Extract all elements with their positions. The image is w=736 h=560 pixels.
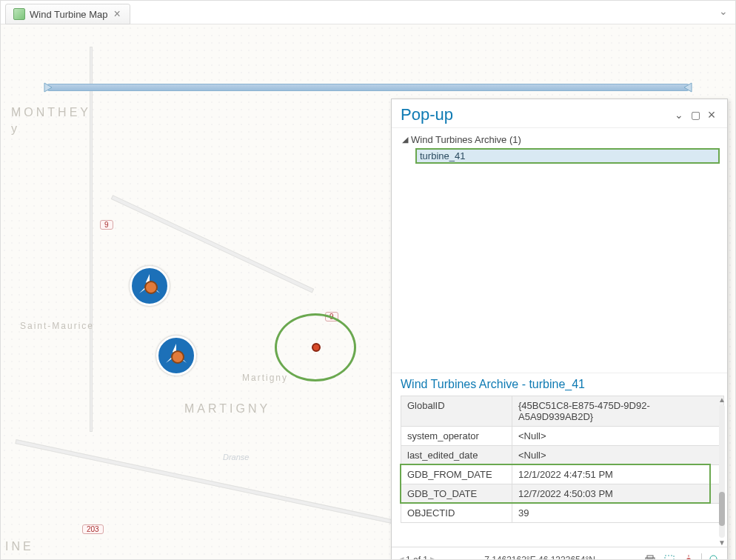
turbine-marker[interactable]	[156, 336, 196, 376]
attribute-pane: GlobalID{45BC51C8-E875-475D-9D92-A5A9D93…	[392, 396, 727, 547]
map-label-y: y	[11, 122, 17, 136]
map-icon	[13, 8, 25, 20]
feature-tree: ◢ Wind Turbines Archive (1) turbine_41	[392, 128, 727, 373]
pager: ◀ 1 of 1 ▶	[398, 555, 436, 560]
svg-rect-5	[665, 556, 674, 560]
popup-footer: ◀ 1 of 1 ▶ 7.1463162°E 46.1323654°N	[392, 547, 727, 559]
road-line	[15, 439, 392, 524]
footer-tools	[643, 553, 721, 560]
time-slider-end-handle[interactable]	[680, 80, 695, 95]
attribute-scrollbar[interactable]: ▲ ▼	[717, 396, 727, 547]
svg-point-6	[686, 558, 691, 560]
popup-close-icon[interactable]: ×	[703, 107, 720, 123]
table-row: system_operator<Null>	[401, 427, 724, 446]
attr-value: {45BC51C8-E875-475D-9D92-A5A9D939AB2D}	[512, 396, 724, 427]
table-row: GlobalID{45BC51C8-E875-475D-9D92-A5A9D93…	[401, 396, 724, 427]
pager-prev-icon[interactable]: ◀	[398, 555, 404, 559]
popup-title: Pop-up	[401, 105, 671, 124]
tab-title: Wind Turbine Map	[30, 9, 108, 20]
svg-point-11	[710, 556, 717, 560]
pager-text: 1 of 1	[406, 555, 428, 560]
close-tab-icon[interactable]: ×	[113, 8, 122, 20]
pager-next-icon[interactable]: ▶	[430, 555, 436, 559]
map-label-monthey: MONTHEY	[11, 106, 91, 119]
scroll-thumb[interactable]	[719, 492, 725, 526]
attr-value: <Null>	[512, 427, 724, 446]
scroll-down-icon[interactable]: ▼	[717, 539, 727, 547]
attribute-table: GlobalID{45BC51C8-E875-475D-9D92-A5A9D93…	[401, 396, 724, 523]
road-shield: 203	[82, 524, 104, 534]
scroll-up-icon[interactable]: ▲	[717, 396, 727, 404]
map-label-dranse: Dranse	[223, 453, 249, 461]
attr-value: <Null>	[512, 446, 724, 465]
map-tab[interactable]: Wind Turbine Map ×	[5, 4, 130, 24]
attr-key: GlobalID	[401, 396, 512, 427]
selected-point-marker[interactable]	[312, 343, 321, 352]
turbine-marker[interactable]	[130, 266, 170, 306]
attr-key: last_edited_date	[401, 446, 512, 465]
road-line	[90, 47, 93, 432]
date-highlight-box	[400, 464, 711, 504]
select-icon[interactable]	[663, 553, 676, 560]
table-row: last_edited_date<Null>	[401, 446, 724, 465]
zoom-to-icon[interactable]	[708, 553, 721, 560]
popup-menu-chevron-icon[interactable]: ⌄	[671, 109, 687, 121]
flash-icon[interactable]	[682, 553, 695, 560]
svg-marker-0	[44, 83, 52, 92]
attr-value: 39	[512, 504, 724, 523]
map-label-ine: INE	[5, 540, 34, 553]
road-shield: 9	[100, 220, 113, 230]
detail-title: Wind Turbines Archive - turbine_41	[392, 373, 727, 396]
map-label-saint-maurice: Saint-Maurice	[20, 321, 94, 331]
popup-dock-icon[interactable]: ▢	[687, 109, 703, 121]
map-canvas[interactable]: 9 9 203 MONTHEY y Saint-Maurice Martigny…	[1, 24, 735, 559]
separator	[701, 553, 702, 560]
attr-key: OBJECTID	[401, 504, 512, 523]
time-slider[interactable]	[47, 84, 689, 91]
coordinate-readout: 7.1463162°E 46.1323654°N	[444, 555, 636, 560]
tab-overflow-chevron-icon[interactable]: ⌄	[719, 5, 728, 17]
map-label-martigny-small: Martigny	[242, 373, 288, 383]
print-icon[interactable]	[643, 553, 657, 560]
attr-key: system_operator	[401, 427, 512, 446]
svg-marker-1	[684, 83, 692, 92]
tree-feature-label: turbine_41	[415, 148, 720, 164]
popup-header: Pop-up ⌄ ▢ ×	[392, 99, 727, 128]
tree-layer-label: Wind Turbines Archive (1)	[411, 134, 521, 145]
tree-feature-row[interactable]: turbine_41	[415, 148, 720, 164]
popup-panel: Pop-up ⌄ ▢ × ◢ Wind Turbines Archive (1)…	[391, 99, 728, 559]
map-label-martigny: MARTIGNY	[184, 402, 270, 416]
tree-collapse-icon[interactable]: ◢	[402, 135, 408, 144]
table-row: OBJECTID39	[401, 504, 724, 523]
tab-strip: Wind Turbine Map × ⌄	[1, 1, 735, 24]
tree-layer-row[interactable]: ◢ Wind Turbines Archive (1)	[402, 133, 720, 147]
time-slider-start-handle[interactable]	[41, 80, 56, 95]
